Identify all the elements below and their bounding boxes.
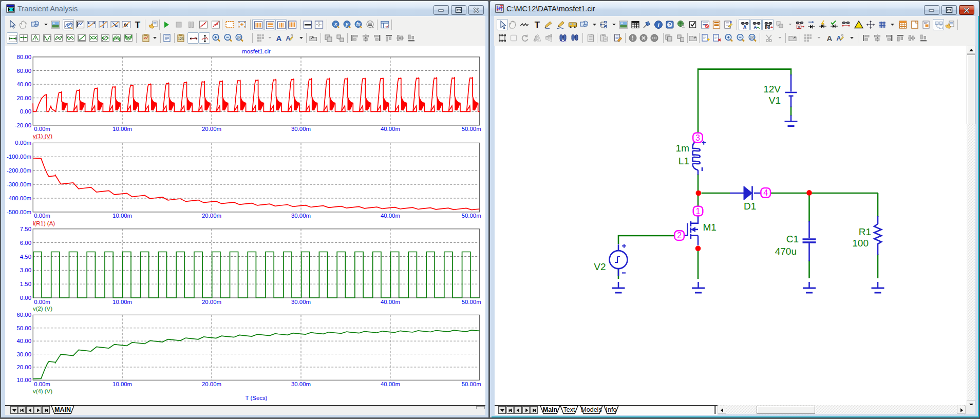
- svg-text:A: A: [276, 34, 282, 43]
- svg-text:-200.00m: -200.00m: [7, 167, 31, 174]
- svg-text:3: 3: [695, 134, 700, 142]
- svg-text:40.00: 40.00: [16, 81, 31, 87]
- svg-text:60.00: 60.00: [16, 68, 31, 74]
- svg-text:6.00: 6.00: [20, 240, 31, 246]
- svg-text:10.00m: 10.00m: [112, 299, 132, 305]
- svg-text:-400.00m: -400.00m: [7, 195, 31, 201]
- svg-text:0.00m: 0.00m: [34, 213, 50, 219]
- svg-text:A: A: [836, 34, 841, 42]
- svg-text:3.00: 3.00: [20, 267, 31, 273]
- svg-text:20.00m: 20.00m: [202, 213, 221, 219]
- svg-text:10.00: 10.00: [16, 377, 31, 383]
- svg-text:20.00m: 20.00m: [202, 381, 221, 387]
- svg-text:30.00: 30.00: [16, 351, 31, 357]
- svg-text:V1: V1: [769, 95, 781, 106]
- svg-text:7.50: 7.50: [20, 226, 31, 232]
- svg-text:80.00: 80.00: [16, 54, 31, 60]
- svg-text:C1: C1: [786, 234, 799, 244]
- svg-text:0.00m: 0.00m: [15, 140, 31, 146]
- svg-text:L1: L1: [679, 156, 689, 166]
- svg-text:x: x: [334, 22, 337, 27]
- svg-text:T: T: [535, 20, 540, 30]
- svg-text:?: ?: [668, 22, 671, 27]
- svg-text:20.00m: 20.00m: [202, 299, 221, 305]
- svg-text:40.00m: 40.00m: [381, 126, 400, 132]
- svg-text:10.00m: 10.00m: [112, 381, 132, 387]
- svg-text:50.00m: 50.00m: [462, 299, 481, 305]
- svg-text:1m: 1m: [676, 143, 689, 154]
- svg-text:-500.00m: -500.00m: [7, 209, 31, 215]
- svg-text:40.00m: 40.00m: [381, 381, 400, 387]
- svg-text:D1: D1: [744, 201, 756, 212]
- svg-text:mosfet1.cir: mosfet1.cir: [242, 48, 271, 54]
- svg-text:20.00: 20.00: [16, 95, 31, 101]
- svg-text:30.00m: 30.00m: [291, 213, 311, 219]
- svg-text:A: A: [286, 34, 291, 42]
- svg-text:123: 123: [178, 37, 184, 41]
- svg-text:1: 1: [696, 207, 701, 216]
- svg-text:V: V: [798, 25, 800, 29]
- svg-text:0.00m: 0.00m: [34, 126, 50, 132]
- svg-text:0.00: 0.00: [20, 108, 31, 115]
- svg-text:V2: V2: [594, 261, 606, 272]
- svg-text:A: A: [753, 25, 757, 30]
- svg-text:100: 100: [749, 36, 754, 39]
- svg-text:A: A: [827, 34, 833, 43]
- svg-text:30.00m: 30.00m: [291, 126, 311, 132]
- svg-text:40.00m: 40.00m: [381, 213, 400, 219]
- svg-text:50.00m: 50.00m: [462, 381, 481, 387]
- svg-text:12V: 12V: [763, 84, 781, 94]
- svg-text:60.00: 60.00: [16, 312, 31, 318]
- svg-text:4: 4: [763, 188, 768, 197]
- svg-text:40.00: 40.00: [16, 338, 31, 344]
- svg-text:T (Secs): T (Secs): [246, 395, 268, 401]
- svg-text:0.00m: 0.00m: [34, 381, 50, 387]
- svg-text:1.50: 1.50: [20, 281, 31, 287]
- svg-text:10.00m: 10.00m: [112, 213, 132, 219]
- svg-text:0.00: 0.00: [20, 295, 31, 301]
- svg-text:50.00m: 50.00m: [462, 126, 481, 132]
- svg-text:-20.00: -20.00: [15, 122, 31, 128]
- svg-text:4.50: 4.50: [20, 254, 31, 260]
- svg-text:50.00m: 50.00m: [462, 213, 481, 219]
- svg-text:y: y: [345, 22, 349, 27]
- svg-text:100: 100: [236, 36, 241, 39]
- svg-text:30.00m: 30.00m: [291, 381, 311, 387]
- svg-text:fx: fx: [356, 22, 361, 27]
- svg-text:M1: M1: [703, 222, 717, 233]
- svg-text:2: 2: [677, 231, 682, 240]
- svg-text:v(4) (V): v(4) (V): [33, 388, 52, 394]
- svg-text:v(1) (V): v(1) (V): [33, 133, 52, 139]
- svg-text:T: T: [135, 20, 141, 30]
- svg-text:-300.00m: -300.00m: [7, 181, 31, 187]
- svg-text:-100.00m: -100.00m: [7, 154, 31, 160]
- svg-text:20.00m: 20.00m: [202, 126, 221, 132]
- svg-text:A: A: [743, 25, 746, 30]
- svg-text:i(R1) (A): i(R1) (A): [33, 220, 55, 226]
- svg-text:R1: R1: [859, 226, 871, 237]
- svg-text:0.00m: 0.00m: [34, 299, 50, 305]
- svg-text:N: N: [766, 25, 769, 30]
- svg-text:50.00: 50.00: [16, 325, 31, 331]
- svg-text:20.00: 20.00: [16, 364, 31, 370]
- svg-text:v(2) (V): v(2) (V): [33, 306, 52, 312]
- svg-text:470u: 470u: [775, 246, 797, 257]
- svg-text:10.00m: 10.00m: [112, 126, 132, 132]
- svg-text:100: 100: [852, 238, 869, 249]
- svg-text:30.00m: 30.00m: [291, 299, 311, 305]
- svg-text:40.00m: 40.00m: [381, 299, 400, 305]
